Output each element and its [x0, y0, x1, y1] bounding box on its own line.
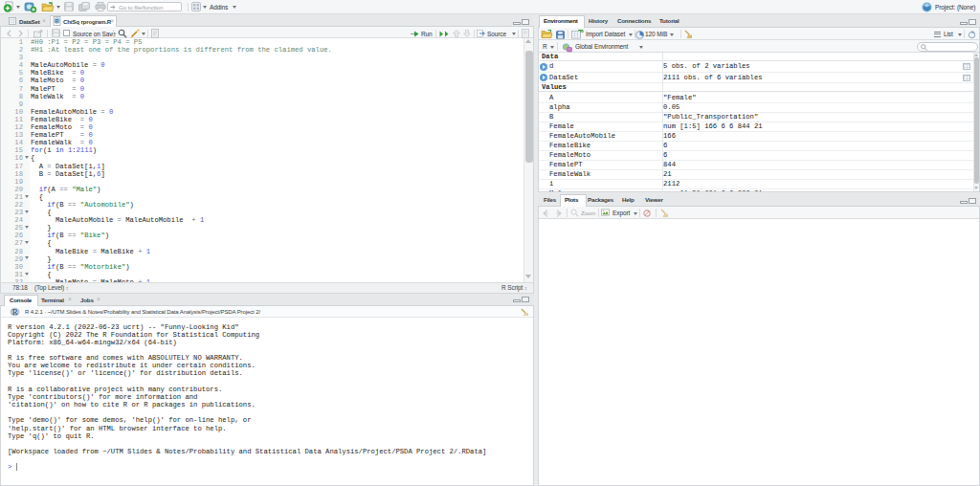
svg-text:R: R	[56, 18, 59, 24]
svg-text:R: R	[12, 308, 18, 317]
